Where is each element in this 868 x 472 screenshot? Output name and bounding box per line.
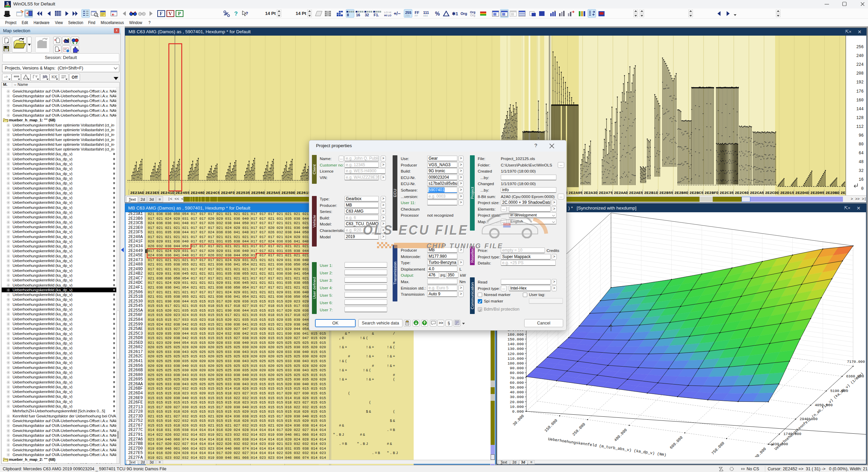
svg-text:600.000: 600.000	[669, 435, 684, 450]
svg-text:2E2BC5: 2E2BC5	[690, 191, 704, 195]
svg-text:2E23E5: 2E23E5	[145, 191, 160, 195]
svg-text:=?: =?	[4, 75, 7, 79]
svg-text:250.000: 250.000	[571, 422, 586, 436]
svg-text:Reseller: Reseller	[470, 249, 474, 263]
svg-text:F1.: F1.	[374, 13, 379, 17]
svg-text:Project: Project	[470, 186, 474, 199]
svg-text:ECU: ECU	[393, 189, 397, 197]
svg-text:40.000: 40.000	[510, 390, 524, 394]
svg-text:20.000: 20.000	[510, 400, 524, 404]
svg-text:Client: Client	[312, 164, 316, 174]
svg-text:60.000: 60.000	[510, 380, 524, 385]
svg-text:Org: Org	[470, 14, 475, 17]
svg-text:2E248D: 2E248D	[191, 191, 205, 195]
svg-text:70.000: 70.000	[510, 376, 524, 380]
svg-text:Org: Org	[460, 12, 467, 16]
svg-text:30.000: 30.000	[512, 414, 525, 427]
svg-text:80.000: 80.000	[510, 371, 524, 375]
svg-text:+/−: +/−	[393, 11, 400, 16]
svg-text:8: 8	[347, 13, 349, 17]
svg-text:16: 16	[356, 13, 360, 17]
svg-text:?: ?	[245, 11, 248, 16]
svg-text:Communication: Communication	[470, 282, 474, 309]
svg-text:§: §	[448, 320, 450, 326]
svg-text:2E2AE5: 2E2AE5	[629, 191, 643, 195]
svg-text:2E2DF5: 2E2DF5	[841, 191, 846, 195]
svg-text:Vehicle: Vehicle	[312, 215, 316, 228]
svg-text:2E2535: 2E2535	[236, 191, 250, 195]
svg-text:2E2C6D: 2E2C6D	[735, 191, 749, 195]
svg-text:120.000: 120.000	[508, 352, 524, 356]
svg-text:2E25A5: 2E25A5	[266, 191, 280, 195]
svg-text:%: %	[435, 11, 439, 17]
svg-text:P: P	[178, 11, 181, 16]
svg-text:100.000: 100.000	[508, 361, 524, 366]
svg-text:2E2D4D: 2E2D4D	[795, 191, 810, 195]
svg-text:2E2C35: 2E2C35	[720, 191, 734, 195]
svg-text:2E2A3D: 2E2A3D	[584, 191, 598, 195]
svg-text:2E2455: 2E2455	[176, 191, 190, 195]
svg-text:✱1: ✱1	[452, 11, 458, 16]
svg-text:32: 32	[365, 13, 369, 17]
svg-text:Ueberhoehungskennfeld (n_ab_fi: Ueberhoehungskennfeld (n_ab_fix_v) (ka_d…	[774, 372, 864, 451]
svg-text:2E2A05: 2E2A05	[569, 191, 583, 195]
svg-text:2E241D: 2E241D	[160, 191, 175, 195]
svg-text:750.000: 750.000	[711, 441, 725, 455]
svg-text:90.000: 90.000	[510, 366, 524, 370]
svg-text:2E2615: 2E2615	[296, 191, 311, 195]
svg-text:5: 5	[6, 1, 9, 6]
svg-text:140.000: 140.000	[508, 342, 524, 346]
svg-text:150.000: 150.000	[508, 337, 524, 341]
svg-text:30.000: 30.000	[510, 395, 524, 399]
svg-text:User defined: User defined	[312, 277, 316, 299]
svg-text:2E23AD: 2E23AD	[130, 191, 144, 195]
svg-text:HI LO: HI LO	[384, 14, 391, 17]
svg-text:2E24FD: 2E24FD	[221, 191, 235, 195]
svg-text:LO HI: LO HI	[384, 11, 391, 14]
svg-text:2E2D85: 2E2D85	[810, 191, 825, 195]
svg-text:>>: >>	[439, 321, 443, 325]
svg-text:2E2B55: 2E2B55	[659, 191, 673, 195]
svg-text:0.000: 0.000	[512, 409, 524, 414]
svg-text:V: V	[168, 11, 172, 16]
svg-text:Transmission: Transmission	[393, 262, 397, 285]
svg-text:255: 255	[405, 14, 410, 17]
svg-text:130.000: 130.000	[508, 347, 524, 351]
svg-text:2E2D15: 2E2D15	[780, 191, 794, 195]
svg-text:?: ?	[234, 11, 237, 17]
svg-text:160.000: 160.000	[508, 332, 524, 337]
svg-text:2E256D: 2E256D	[251, 191, 265, 195]
svg-text:110.000: 110.000	[508, 356, 524, 361]
svg-text:2E2A75: 2E2A75	[599, 191, 613, 195]
svg-text:400.000: 400.000	[613, 428, 628, 442]
svg-text:FF: FF	[415, 14, 418, 17]
svg-text:7170.000: 7170.000	[847, 360, 865, 364]
svg-text:50.000: 50.000	[510, 385, 524, 390]
svg-text:2E24C5: 2E24C5	[206, 191, 220, 195]
svg-text:2E2CDD: 2E2CDD	[765, 191, 779, 195]
svg-text:2E2AAD: 2E2AAD	[614, 191, 628, 195]
svg-text:150.000: 150.000	[544, 418, 558, 433]
svg-text:2E2B8D: 2E2B8D	[674, 191, 689, 195]
svg-text:Ueberhoehungskennfeld (m_turb_: Ueberhoehungskennfeld (m_turb_abs_v) (ka…	[548, 437, 667, 457]
svg-text:2E2B1D: 2E2B1D	[644, 191, 658, 195]
svg-text:2E25DD: 2E25DD	[281, 191, 296, 195]
svg-text:2E2BFD: 2E2BFD	[705, 191, 719, 195]
svg-text:F: F	[159, 11, 162, 16]
svg-text:10.000: 10.000	[510, 405, 524, 409]
svg-text:2E2CA5: 2E2CA5	[750, 191, 764, 195]
svg-text:2E2DBD: 2E2DBD	[826, 191, 840, 195]
svg-text:444: 444	[423, 14, 428, 17]
svg-text:900.000: 900.000	[752, 447, 767, 457]
